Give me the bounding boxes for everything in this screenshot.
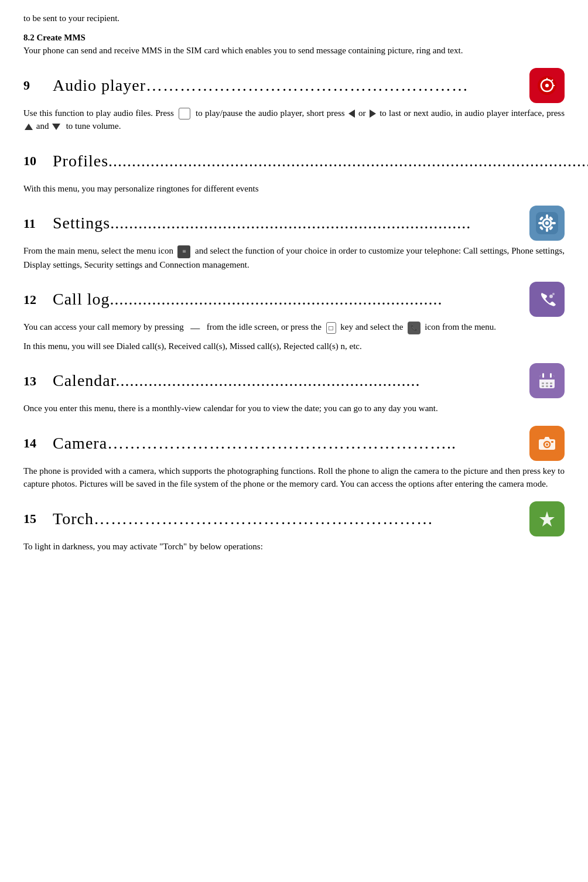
section-13-number: 13 [23, 371, 53, 391]
section-14: 14 Camera…………………………………………………….. The phon… [23, 426, 565, 491]
svg-rect-28 [550, 373, 552, 378]
section-15-number: 15 [23, 509, 53, 528]
section-12-body1: You can access your call memory by press… [23, 320, 565, 335]
section-11-body: From the main menu, select the menu icon… [23, 244, 565, 271]
section-12-number: 12 [23, 290, 53, 309]
play-pause-icon [179, 108, 190, 119]
svg-point-21 [549, 295, 553, 298]
svg-rect-34 [550, 385, 552, 387]
section-9-heading: 9 Audio player………………………………………………… [23, 68, 565, 103]
section-11: 11 Settings.............................… [23, 206, 565, 271]
section-12-body2: In this menu, you will see Dialed call(s… [23, 340, 565, 353]
section-82: 8.2 Create MMS Your phone can send and r… [23, 31, 565, 57]
section-10-body: With this menu, you may personalize ring… [23, 182, 565, 196]
svg-rect-15 [552, 222, 556, 224]
svg-point-38 [546, 443, 548, 446]
svg-rect-27 [542, 373, 544, 378]
section-9-title: Audio player………………………………………………… [53, 73, 529, 98]
section-12-icon [529, 282, 565, 317]
section-9-number: 9 [23, 76, 53, 95]
svg-rect-20 [536, 288, 558, 310]
vol-down-icon [52, 124, 60, 130]
section-15-title: Torch…………………………………………………… [53, 507, 529, 531]
section-15-icon [529, 501, 565, 536]
section-11-icon [529, 206, 565, 241]
svg-point-11 [545, 221, 549, 225]
next-arrow-icon [370, 110, 376, 118]
section-13-icon [529, 363, 565, 398]
section-11-heading: 11 Settings.............................… [23, 206, 565, 241]
section-12: 12 Call log.............................… [23, 282, 565, 353]
svg-rect-32 [542, 385, 544, 387]
svg-rect-30 [546, 382, 548, 384]
section-15: 15 Torch…………………………………………………… To light in… [23, 501, 565, 553]
svg-rect-26 [539, 378, 555, 380]
section-10-number: 10 [23, 151, 53, 170]
section-14-number: 14 [23, 433, 53, 453]
svg-rect-31 [550, 382, 552, 384]
menu-icon: ≡ [177, 245, 190, 258]
section-82-body: Your phone can send and receive MMS in t… [23, 44, 565, 57]
section-14-body: The phone is provided with a camera, whi… [23, 464, 565, 491]
svg-point-2 [545, 84, 549, 87]
section-10: 10 Profiles.............................… [23, 143, 565, 196]
svg-rect-29 [542, 382, 544, 384]
section-14-heading: 14 Camera…………………………………………………….. [23, 426, 565, 461]
section-13-heading: 13 Calendar.............................… [23, 363, 565, 398]
section-9-icon [529, 68, 565, 103]
svg-rect-14 [538, 222, 542, 224]
section-13-title: Calendar................................… [53, 368, 529, 393]
svg-rect-13 [546, 228, 548, 232]
svg-rect-39 [551, 441, 553, 443]
svg-line-4 [552, 80, 553, 81]
section-13: 13 Calendar.............................… [23, 363, 565, 415]
svg-point-22 [552, 293, 555, 295]
section-14-icon [529, 426, 565, 461]
section-9: 9 Audio player………………………………………………… Use th… [23, 68, 565, 133]
section-10-heading: 10 Profiles.............................… [23, 143, 565, 179]
section-14-title: Camera…………………………………………………….. [53, 431, 529, 456]
section-10-title: Profiles................................… [53, 149, 588, 173]
section-82-title: 8.2 Create MMS [23, 31, 565, 45]
section-9-body: Use this function to play audio files. P… [23, 107, 565, 133]
menu-key-symbol: □ [326, 322, 336, 334]
vol-up-icon [25, 124, 33, 130]
section-15-body: To light in darkness, you may activate "… [23, 540, 565, 553]
section-12-heading: 12 Call log.............................… [23, 282, 565, 317]
section-13-body: Once you enter this menu, there is a mon… [23, 402, 565, 415]
intro-line: to be sent to your recipient. [23, 12, 565, 25]
section-11-number: 11 [23, 214, 53, 233]
calllog-menu-icon: 📞 [408, 322, 421, 334]
prev-arrow-icon [348, 110, 355, 118]
section-15-heading: 15 Torch…………………………………………………… [23, 501, 565, 536]
call-key-symbol: ― [190, 321, 200, 335]
svg-rect-33 [546, 385, 548, 387]
svg-rect-12 [546, 214, 548, 218]
section-11-title: Settings................................… [53, 211, 529, 235]
section-12-title: Call log................................… [53, 287, 529, 312]
